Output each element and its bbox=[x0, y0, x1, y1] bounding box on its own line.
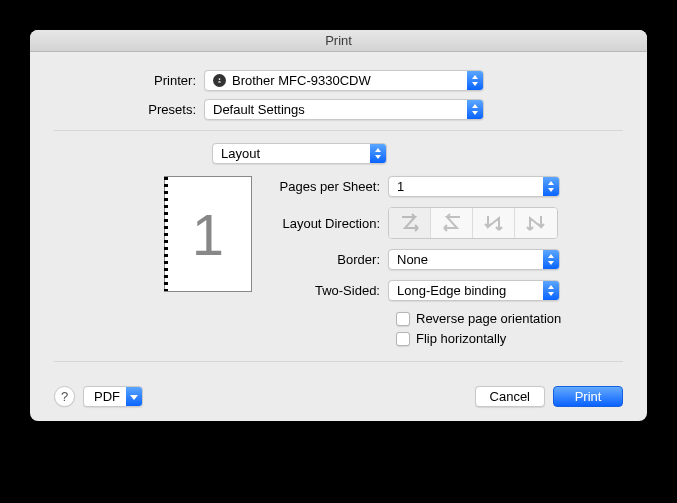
flip-horizontal-checkbox[interactable] bbox=[396, 332, 410, 346]
border-value: None bbox=[397, 252, 428, 267]
two-sided-row: Two-Sided: Long-Edge binding bbox=[270, 280, 623, 301]
reverse-orientation-row: Reverse page orientation bbox=[270, 311, 623, 326]
flip-horizontal-label: Flip horizontally bbox=[416, 331, 506, 346]
layout-direction-row: Layout Direction: bbox=[270, 207, 623, 239]
section-row: Layout bbox=[54, 143, 623, 164]
help-button[interactable]: ? bbox=[54, 386, 75, 407]
pages-per-sheet-row: Pages per Sheet: 1 bbox=[270, 176, 623, 197]
page-preview: 1 bbox=[164, 176, 252, 292]
print-label: Print bbox=[575, 389, 602, 404]
print-dialog: Print Printer: Brother MFC-9330CDW Prese… bbox=[30, 30, 647, 421]
window-titlebar[interactable]: Print bbox=[30, 30, 647, 52]
presets-row: Presets: Default Settings bbox=[54, 99, 623, 120]
layout-fields: Pages per Sheet: 1 Layout Direction: bbox=[270, 176, 623, 351]
divider bbox=[54, 130, 623, 131]
presets-label: Presets: bbox=[54, 102, 204, 117]
direction-n-button[interactable] bbox=[473, 208, 515, 238]
border-row: Border: None bbox=[270, 249, 623, 270]
two-sided-select[interactable]: Long-Edge binding bbox=[388, 280, 560, 301]
updown-icon bbox=[467, 71, 483, 90]
chevron-down-icon bbox=[126, 387, 142, 406]
presets-select[interactable]: Default Settings bbox=[204, 99, 484, 120]
pdf-menu-button[interactable]: PDF bbox=[83, 386, 143, 407]
pdf-label: PDF bbox=[94, 389, 126, 404]
printer-label: Printer: bbox=[54, 73, 204, 88]
updown-icon bbox=[543, 177, 559, 196]
border-label: Border: bbox=[270, 252, 388, 267]
help-icon: ? bbox=[61, 389, 68, 404]
dialog-content: Printer: Brother MFC-9330CDW Presets: De… bbox=[30, 52, 647, 421]
printer-row: Printer: Brother MFC-9330CDW bbox=[54, 70, 623, 91]
section-select[interactable]: Layout bbox=[212, 143, 387, 164]
pages-per-sheet-label: Pages per Sheet: bbox=[270, 179, 388, 194]
two-sided-label: Two-Sided: bbox=[270, 283, 388, 298]
dialog-footer: ? PDF Cancel Print bbox=[54, 374, 623, 407]
section-value: Layout bbox=[221, 146, 260, 161]
layout-area: 1 Pages per Sheet: 1 Layout Direction: bbox=[54, 176, 623, 351]
pages-per-sheet-value: 1 bbox=[397, 179, 404, 194]
preview-number: 1 bbox=[192, 201, 224, 268]
svg-point-0 bbox=[219, 78, 221, 80]
flip-horizontal-row: Flip horizontally bbox=[270, 331, 623, 346]
layout-direction-group bbox=[388, 207, 558, 239]
printer-status-icon bbox=[213, 74, 226, 87]
updown-icon bbox=[543, 281, 559, 300]
cancel-label: Cancel bbox=[490, 389, 530, 404]
updown-icon bbox=[543, 250, 559, 269]
border-select[interactable]: None bbox=[388, 249, 560, 270]
print-button[interactable]: Print bbox=[553, 386, 623, 407]
printer-value: Brother MFC-9330CDW bbox=[232, 73, 371, 88]
presets-value: Default Settings bbox=[213, 102, 305, 117]
layout-direction-label: Layout Direction: bbox=[270, 216, 388, 231]
printer-select[interactable]: Brother MFC-9330CDW bbox=[204, 70, 484, 91]
updown-icon bbox=[467, 100, 483, 119]
pages-per-sheet-select[interactable]: 1 bbox=[388, 176, 560, 197]
binding-icon bbox=[164, 177, 168, 291]
reverse-orientation-label: Reverse page orientation bbox=[416, 311, 561, 326]
divider bbox=[54, 361, 623, 362]
reverse-orientation-checkbox[interactable] bbox=[396, 312, 410, 326]
cancel-button[interactable]: Cancel bbox=[475, 386, 545, 407]
direction-n2-button[interactable] bbox=[515, 208, 557, 238]
two-sided-value: Long-Edge binding bbox=[397, 283, 506, 298]
direction-s-button[interactable] bbox=[431, 208, 473, 238]
window-title: Print bbox=[325, 33, 352, 48]
updown-icon bbox=[370, 144, 386, 163]
direction-z-button[interactable] bbox=[389, 208, 431, 238]
